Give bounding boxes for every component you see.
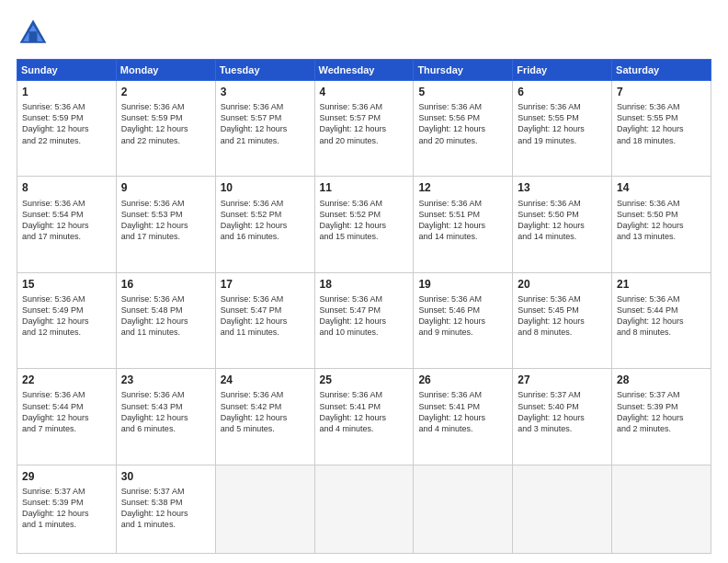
col-saturday: Saturday xyxy=(612,60,711,81)
week-row-3: 15Sunrise: 5:36 AMSunset: 5:49 PMDayligh… xyxy=(17,272,711,368)
table-row: 30Sunrise: 5:37 AMSunset: 5:38 PMDayligh… xyxy=(116,465,215,553)
table-row: 4Sunrise: 5:36 AMSunset: 5:57 PMDaylight… xyxy=(314,81,414,177)
table-row: 10Sunrise: 5:36 AMSunset: 5:52 PMDayligh… xyxy=(215,177,314,272)
table-row xyxy=(314,465,414,553)
table-row: 23Sunrise: 5:36 AMSunset: 5:43 PMDayligh… xyxy=(116,369,215,465)
table-row xyxy=(513,465,612,553)
table-row: 20Sunrise: 5:36 AMSunset: 5:45 PMDayligh… xyxy=(513,272,612,368)
table-row: 27Sunrise: 5:37 AMSunset: 5:40 PMDayligh… xyxy=(513,369,612,465)
table-row xyxy=(612,465,711,553)
table-row: 14Sunrise: 5:36 AMSunset: 5:50 PMDayligh… xyxy=(612,177,711,272)
calendar-table: Sunday Monday Tuesday Wednesday Thursday… xyxy=(17,59,711,554)
table-row: 16Sunrise: 5:36 AMSunset: 5:48 PMDayligh… xyxy=(116,272,215,368)
table-row: 17Sunrise: 5:36 AMSunset: 5:47 PMDayligh… xyxy=(215,272,314,368)
table-row: 26Sunrise: 5:36 AMSunset: 5:41 PMDayligh… xyxy=(414,369,513,465)
table-row: 8Sunrise: 5:36 AMSunset: 5:54 PMDaylight… xyxy=(17,177,117,272)
table-row: 1Sunrise: 5:36 AMSunset: 5:59 PMDaylight… xyxy=(17,81,117,177)
svg-rect-2 xyxy=(29,31,38,41)
page: Sunday Monday Tuesday Wednesday Thursday… xyxy=(0,0,728,563)
table-row xyxy=(414,465,513,553)
table-row: 28Sunrise: 5:37 AMSunset: 5:39 PMDayligh… xyxy=(612,369,711,465)
table-row: 18Sunrise: 5:36 AMSunset: 5:47 PMDayligh… xyxy=(314,272,414,368)
col-wednesday: Wednesday xyxy=(314,60,414,81)
col-thursday: Thursday xyxy=(414,60,513,81)
table-row: 3Sunrise: 5:36 AMSunset: 5:57 PMDaylight… xyxy=(215,81,314,177)
table-row: 7Sunrise: 5:36 AMSunset: 5:55 PMDaylight… xyxy=(612,81,711,177)
table-row: 5Sunrise: 5:36 AMSunset: 5:56 PMDaylight… xyxy=(414,81,513,177)
col-monday: Monday xyxy=(116,60,215,81)
table-row: 21Sunrise: 5:36 AMSunset: 5:44 PMDayligh… xyxy=(612,272,711,368)
table-row xyxy=(215,465,314,553)
table-row: 15Sunrise: 5:36 AMSunset: 5:49 PMDayligh… xyxy=(17,272,117,368)
table-row: 24Sunrise: 5:36 AMSunset: 5:42 PMDayligh… xyxy=(215,369,314,465)
table-row: 29Sunrise: 5:37 AMSunset: 5:39 PMDayligh… xyxy=(17,465,117,553)
col-tuesday: Tuesday xyxy=(215,60,314,81)
logo xyxy=(17,17,55,50)
table-row: 12Sunrise: 5:36 AMSunset: 5:51 PMDayligh… xyxy=(414,177,513,272)
col-sunday: Sunday xyxy=(17,60,117,81)
logo-icon xyxy=(17,17,50,50)
week-row-4: 22Sunrise: 5:36 AMSunset: 5:44 PMDayligh… xyxy=(17,369,711,465)
table-row: 6Sunrise: 5:36 AMSunset: 5:55 PMDaylight… xyxy=(513,81,612,177)
table-row: 22Sunrise: 5:36 AMSunset: 5:44 PMDayligh… xyxy=(17,369,117,465)
table-row: 19Sunrise: 5:36 AMSunset: 5:46 PMDayligh… xyxy=(414,272,513,368)
table-row: 13Sunrise: 5:36 AMSunset: 5:50 PMDayligh… xyxy=(513,177,612,272)
header xyxy=(17,17,711,50)
col-friday: Friday xyxy=(513,60,612,81)
header-row: Sunday Monday Tuesday Wednesday Thursday… xyxy=(17,60,711,81)
table-row: 25Sunrise: 5:36 AMSunset: 5:41 PMDayligh… xyxy=(314,369,414,465)
table-row: 9Sunrise: 5:36 AMSunset: 5:53 PMDaylight… xyxy=(116,177,215,272)
table-row: 2Sunrise: 5:36 AMSunset: 5:59 PMDaylight… xyxy=(116,81,215,177)
week-row-1: 1Sunrise: 5:36 AMSunset: 5:59 PMDaylight… xyxy=(17,81,711,177)
table-row: 11Sunrise: 5:36 AMSunset: 5:52 PMDayligh… xyxy=(314,177,414,272)
week-row-2: 8Sunrise: 5:36 AMSunset: 5:54 PMDaylight… xyxy=(17,177,711,272)
week-row-5: 29Sunrise: 5:37 AMSunset: 5:39 PMDayligh… xyxy=(17,465,711,553)
